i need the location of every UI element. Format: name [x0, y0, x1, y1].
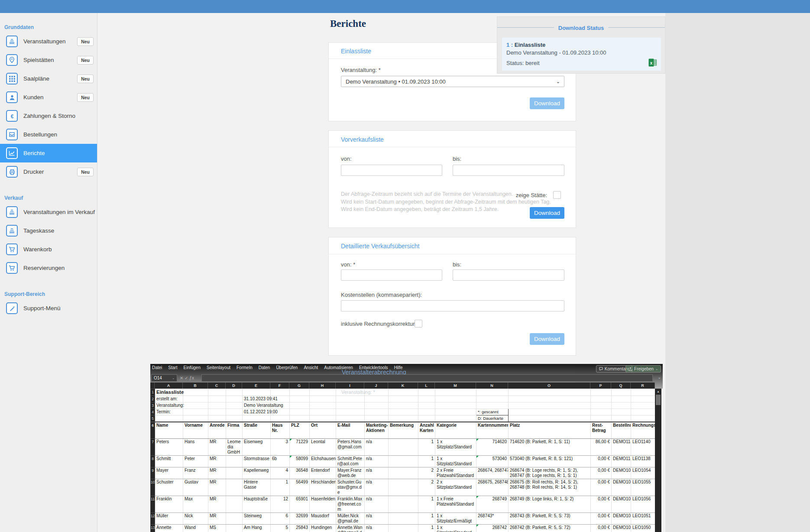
data-cell[interactable]: MR — [208, 513, 226, 524]
cell[interactable] — [435, 396, 476, 402]
header-cell[interactable]: Rest- Betrag — [591, 422, 612, 438]
sidebar-item-spielst-tten[interactable]: SpielstättenNeu — [0, 51, 97, 69]
cell[interactable] — [310, 415, 336, 422]
cell[interactable] — [290, 389, 310, 396]
cell[interactable] — [226, 396, 243, 402]
data-cell[interactable]: 32699 — [290, 513, 310, 524]
data-cell[interactable]: 2 — [418, 479, 435, 496]
cell[interactable] — [509, 389, 591, 396]
row-number[interactable]: 2 — [151, 396, 155, 402]
neu-badge[interactable]: Neu — [77, 75, 94, 83]
data-cell[interactable]: Mausdorf — [310, 513, 336, 524]
neu-badge[interactable]: Neu — [77, 93, 94, 102]
scroll-up-icon[interactable]: ▲ — [655, 389, 661, 394]
cell[interactable] — [418, 396, 435, 402]
column-header-K[interactable]: K — [388, 383, 418, 389]
data-cell[interactable]: n/a — [365, 496, 389, 513]
row-number[interactable]: 5 — [151, 415, 155, 422]
data-cell[interactable]: 1 — [271, 479, 290, 496]
scrollbar-thumb[interactable] — [656, 395, 661, 405]
data-cell[interactable]: Hundingen — [310, 524, 336, 532]
meta-value-cell[interactable]: 01.12.2022 19:00 — [243, 409, 271, 415]
data-cell[interactable]: Mayer — [155, 467, 183, 479]
column-header-O[interactable]: O — [508, 383, 590, 389]
data-cell[interactable]: MR — [208, 455, 226, 467]
excel-menu-formeln[interactable]: Formeln — [237, 365, 253, 370]
cell[interactable] — [226, 389, 243, 396]
data-cell[interactable]: 3 — [271, 438, 290, 455]
cell[interactable] — [271, 389, 290, 396]
data-cell[interactable]: 268675 (B: Roll rechts, R: 14, S: 2), 26… — [509, 479, 591, 496]
row-number[interactable]: 10 — [151, 479, 155, 496]
row-number[interactable]: 8 — [151, 455, 155, 467]
column-header-H[interactable]: H — [309, 383, 336, 389]
data-cell[interactable] — [389, 513, 418, 524]
cell[interactable] — [631, 396, 655, 402]
cell[interactable] — [310, 402, 336, 409]
cell[interactable] — [389, 396, 418, 402]
cell[interactable] — [226, 409, 243, 415]
cell[interactable] — [509, 415, 591, 422]
data-cell[interactable]: Peters.Hans@gmail.com — [336, 438, 365, 455]
cell[interactable] — [310, 389, 336, 396]
data-cell[interactable]: Hintere Gasse — [243, 479, 271, 496]
data-cell[interactable]: Peters — [155, 438, 183, 455]
cell[interactable] — [336, 389, 365, 396]
column-header-C[interactable]: C — [208, 383, 226, 389]
cell[interactable] — [435, 402, 476, 409]
cell[interactable] — [389, 409, 418, 415]
data-cell[interactable]: Eisenweg — [243, 438, 271, 455]
data-cell[interactable]: 1 — [418, 524, 435, 532]
cell[interactable] — [208, 415, 226, 422]
column-header-B[interactable]: B — [183, 383, 208, 389]
cell[interactable] — [389, 415, 418, 422]
column-header-Q[interactable]: Q — [611, 383, 631, 389]
data-cell[interactable]: 1 x Sitzplatz/Ermäßigt — [435, 513, 476, 524]
cell[interactable] — [290, 415, 310, 422]
select-all-corner[interactable] — [150, 383, 155, 389]
cell[interactable] — [365, 409, 389, 415]
legend-cell[interactable] — [476, 402, 509, 409]
data-cell[interactable]: 2 x Freie Platzwahl/Standard — [435, 467, 476, 479]
cell[interactable] — [631, 409, 655, 415]
data-cell[interactable]: 573040 — [476, 455, 509, 467]
data-cell[interactable]: DEMO1059 — [612, 479, 631, 496]
row-number[interactable]: 1 — [151, 389, 155, 396]
header-cell[interactable]: Kategorie — [435, 422, 476, 438]
data-cell[interactable]: 12 — [271, 496, 290, 513]
cell[interactable] — [183, 396, 208, 402]
cell[interactable] — [365, 389, 389, 396]
row-number[interactable]: 4 — [151, 409, 155, 415]
data-cell[interactable]: 36548 — [290, 467, 310, 479]
cell[interactable] — [509, 396, 591, 402]
column-header-D[interactable]: D — [226, 383, 242, 389]
cell[interactable] — [612, 409, 631, 415]
row-number[interactable]: 9 — [151, 467, 155, 479]
data-cell[interactable]: n/a — [365, 455, 389, 467]
cell[interactable] — [612, 389, 631, 396]
data-cell[interactable]: 0,00 € — [591, 513, 612, 524]
header-cell[interactable]: Name — [155, 422, 183, 438]
cell[interactable] — [336, 396, 365, 402]
excel-menu-datei[interactable]: Datei — [152, 365, 162, 370]
data-cell[interactable]: 1 x Sitzplatz/Standard — [435, 524, 476, 532]
data-cell[interactable] — [389, 479, 418, 496]
data-cell[interactable]: Müller — [155, 513, 183, 524]
row-number[interactable]: 7 — [151, 438, 155, 455]
data-cell[interactable]: MR — [208, 479, 226, 496]
cell[interactable] — [226, 415, 243, 422]
meta-label-cell[interactable] — [155, 415, 183, 422]
cell[interactable] — [336, 415, 365, 422]
cell[interactable] — [631, 415, 655, 422]
header-cell[interactable]: Straße — [243, 422, 271, 438]
data-cell[interactable] — [226, 496, 243, 513]
cell[interactable] — [435, 409, 476, 415]
data-cell[interactable]: 65901 — [290, 496, 310, 513]
data-cell[interactable]: Franz — [183, 467, 208, 479]
cell[interactable] — [208, 402, 226, 409]
header-cell[interactable]: Rechnungsnr. — [631, 422, 655, 438]
row-number[interactable]: 11 — [151, 496, 155, 513]
data-cell[interactable] — [226, 455, 243, 467]
column-header-N[interactable]: N — [476, 383, 508, 389]
data-cell[interactable]: 268742 (B: Parkett, R: 5, S: 72) — [509, 524, 591, 532]
